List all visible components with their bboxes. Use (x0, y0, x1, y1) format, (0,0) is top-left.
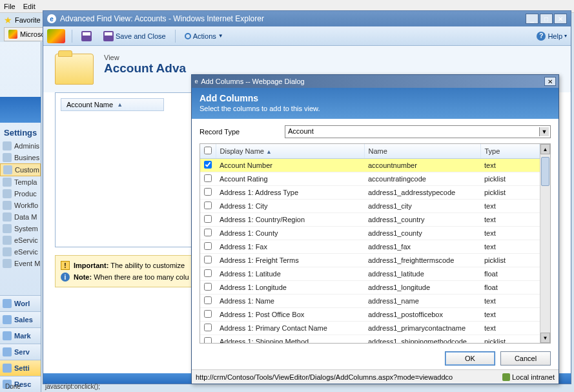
row-checkbox[interactable] (204, 215, 212, 223)
item-icon (3, 212, 12, 222)
cell-display-name: Address 1: Primary Contact Name (216, 322, 364, 335)
cancel-button[interactable]: Cancel (500, 351, 551, 366)
cell-type: text (480, 308, 540, 322)
sidebar-item-label: Workflo (14, 201, 38, 209)
cell-name: address1_shippingmethodcode (364, 335, 480, 344)
record-type-select[interactable]: Account (285, 125, 551, 138)
dialog-close-button[interactable]: ✕ (544, 77, 556, 86)
favorites-label[interactable]: Favorite (15, 16, 41, 24)
column-row[interactable]: Address 1: Nameaddress1_nametext (200, 294, 540, 308)
sidebar-item[interactable]: Event M (0, 258, 41, 269)
column-account-name[interactable]: Account Name ▲ (61, 98, 164, 111)
dialog-statusbar: http://crm/Contoso/Tools/ViewEditor/Dial… (192, 369, 559, 384)
select-all-checkbox[interactable] (204, 147, 212, 154)
header-checkbox[interactable] (200, 144, 216, 159)
minimize-button[interactable]: _ (526, 14, 538, 24)
area-label: Mark (14, 332, 31, 340)
important-text: The ability to customize (108, 262, 185, 269)
row-checkbox[interactable] (204, 201, 212, 209)
cell-type: text (480, 322, 540, 335)
header-display-name[interactable]: Display Name▲ (216, 144, 364, 159)
row-checkbox[interactable] (204, 161, 212, 169)
header-name[interactable]: Name (364, 144, 480, 159)
nav-area-item[interactable]: Mark (0, 327, 41, 344)
column-row[interactable]: Address 1: Country/Regionaddress1_countr… (200, 213, 540, 227)
dialog-banner: Add Columns Select the columns to add to… (192, 88, 559, 119)
sidebar-item[interactable]: eServic (0, 246, 41, 258)
column-row[interactable]: Address 1: Shipping Methodaddress1_shipp… (200, 335, 540, 344)
app-status-js: javascript:onclick(); (43, 383, 103, 392)
nav-area-item[interactable]: Serv (0, 344, 41, 360)
sidebar-item-label: Event M (14, 260, 40, 267)
row-checkbox[interactable] (204, 324, 212, 331)
scroll-thumb[interactable] (541, 157, 549, 186)
sidebar-item[interactable]: eServic (0, 234, 41, 246)
column-row[interactable]: Account Ratingaccountratingcodepicklist (200, 172, 540, 186)
sidebar-item[interactable]: Workflo (0, 200, 41, 211)
sidebar-item-label: eServic (14, 236, 38, 244)
row-checkbox[interactable] (204, 229, 212, 236)
grid-scrollbar[interactable]: ▲ ▼ (540, 144, 550, 343)
column-row[interactable]: Address 1: Cityaddress1_citytext (200, 200, 540, 213)
column-row[interactable]: Address 1: Post Office Boxaddress1_posto… (200, 308, 540, 322)
column-row[interactable]: Address 1: Primary Contact Nameaddress1_… (200, 322, 540, 335)
column-row[interactable]: Address 1: Address Typeaddress1_addresst… (200, 186, 540, 200)
row-checkbox[interactable] (204, 269, 212, 277)
cell-type: float (480, 281, 540, 294)
menu-file[interactable]: File (4, 3, 15, 10)
cell-display-name: Address 1: Fax (216, 240, 364, 254)
row-checkbox[interactable] (204, 296, 212, 304)
chevron-down-icon: ▾ (564, 33, 567, 39)
scroll-up-button[interactable]: ▲ (540, 144, 550, 154)
column-row[interactable]: Address 1: Freight Termsaddress1_freight… (200, 254, 540, 267)
row-checkbox[interactable] (204, 188, 212, 196)
nav-area-item[interactable]: Setti (0, 360, 41, 376)
record-type-value: Account (288, 127, 314, 135)
sidebar-item[interactable]: Busines (0, 152, 41, 163)
nav-area-item[interactable]: Worl (0, 295, 41, 311)
favorites-bar: ★ Favorite (0, 13, 45, 27)
item-icon (3, 236, 12, 245)
row-checkbox[interactable] (204, 174, 212, 182)
item-icon (3, 189, 12, 198)
row-checkbox[interactable] (204, 337, 212, 343)
maximize-button[interactable]: □ (540, 14, 553, 24)
sidebar-item[interactable]: System (0, 223, 41, 234)
item-icon (3, 178, 12, 187)
sidebar-item[interactable]: Produc (0, 188, 41, 200)
save-close-label: Save and Close (116, 32, 166, 40)
column-row[interactable]: Address 1: Faxaddress1_faxtext (200, 240, 540, 254)
column-row[interactable]: Account Numberaccountnumbertext (200, 159, 540, 172)
cell-name: address1_freighttermscode (364, 254, 480, 267)
row-checkbox[interactable] (204, 242, 212, 250)
column-row[interactable]: Address 1: Longitudeaddress1_longitudefl… (200, 281, 540, 294)
actions-menu[interactable]: Actions ▼ (182, 31, 226, 41)
column-row[interactable]: Address 1: Countyaddress1_countytext (200, 227, 540, 240)
cell-type: text (480, 227, 540, 240)
cell-display-name: Address 1: Latitude (216, 267, 364, 281)
help-label: Help (548, 32, 562, 40)
sidebar-item[interactable]: Adminis (0, 140, 41, 152)
row-checkbox[interactable] (204, 310, 212, 318)
area-label: Worl (14, 300, 30, 307)
sidebar-item[interactable]: Data M (0, 211, 41, 223)
close-window-button[interactable]: ✕ (554, 14, 567, 24)
sort-asc-icon: ▲ (266, 149, 272, 155)
sidebar-item-label: System (14, 225, 38, 232)
save-button[interactable] (79, 30, 94, 43)
row-checkbox[interactable] (204, 256, 212, 263)
sidebar-item[interactable]: Custom (0, 163, 41, 176)
chevron-down-icon: ▼ (218, 33, 223, 39)
menu-edit[interactable]: Edit (23, 3, 36, 10)
scroll-down-button[interactable]: ▼ (540, 333, 550, 343)
nav-area-item[interactable]: Sales (0, 311, 41, 327)
column-label: Account Name (67, 101, 113, 108)
help-link[interactable]: ?Help ▾ (537, 32, 567, 41)
save-and-close-button[interactable]: Save and Close (101, 30, 169, 43)
sidebar-item[interactable]: Templa (0, 176, 41, 188)
row-checkbox[interactable] (204, 283, 212, 291)
header-type[interactable]: Type (480, 144, 540, 159)
ok-button[interactable]: OK (445, 351, 495, 366)
area-label: Serv (14, 348, 30, 356)
column-row[interactable]: Address 1: Latitudeaddress1_latitudefloa… (200, 267, 540, 281)
